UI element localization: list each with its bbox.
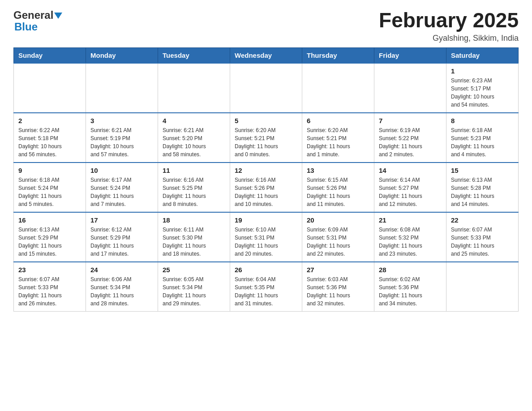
logo-general-text: General [13, 9, 53, 21]
day-info: Sunrise: 6:11 AM Sunset: 5:30 PM Dayligh… [163, 226, 225, 258]
calendar-week-row: 2Sunrise: 6:22 AM Sunset: 5:18 PM Daylig… [14, 113, 519, 163]
month-title: February 2025 [379, 9, 519, 32]
calendar-day-header: Sunday [14, 47, 86, 63]
calendar-cell: 9Sunrise: 6:18 AM Sunset: 5:24 PM Daylig… [14, 163, 86, 212]
day-number: 20 [307, 216, 369, 224]
calendar-cell: 7Sunrise: 6:19 AM Sunset: 5:22 PM Daylig… [374, 113, 446, 163]
day-info: Sunrise: 6:03 AM Sunset: 5:36 PM Dayligh… [307, 275, 369, 308]
day-number: 5 [235, 117, 297, 124]
calendar-cell: 18Sunrise: 6:11 AM Sunset: 5:30 PM Dayli… [158, 212, 230, 262]
day-info: Sunrise: 6:18 AM Sunset: 5:24 PM Dayligh… [18, 176, 81, 208]
calendar-day-header: Thursday [302, 47, 374, 63]
day-number: 7 [379, 117, 442, 124]
day-number: 13 [307, 167, 369, 174]
calendar-cell: 4Sunrise: 6:21 AM Sunset: 5:20 PM Daylig… [158, 113, 230, 163]
day-info: Sunrise: 6:10 AM Sunset: 5:31 PM Dayligh… [235, 226, 297, 258]
day-info: Sunrise: 6:16 AM Sunset: 5:25 PM Dayligh… [163, 176, 225, 208]
svg-marker-0 [54, 13, 62, 19]
day-number: 9 [18, 167, 81, 174]
calendar-cell: 17Sunrise: 6:12 AM Sunset: 5:29 PM Dayli… [86, 212, 158, 262]
calendar-week-row: 23Sunrise: 6:07 AM Sunset: 5:33 PM Dayli… [14, 262, 519, 312]
calendar-day-header: Wednesday [230, 47, 302, 63]
day-info: Sunrise: 6:16 AM Sunset: 5:26 PM Dayligh… [235, 176, 297, 208]
calendar-cell [230, 63, 302, 113]
day-info: Sunrise: 6:21 AM Sunset: 5:20 PM Dayligh… [163, 126, 225, 158]
day-number: 22 [451, 216, 514, 224]
day-number: 6 [307, 117, 369, 124]
calendar-cell: 25Sunrise: 6:05 AM Sunset: 5:34 PM Dayli… [158, 262, 230, 312]
calendar-cell [14, 63, 86, 113]
calendar-cell: 13Sunrise: 6:15 AM Sunset: 5:26 PM Dayli… [302, 163, 374, 212]
calendar-cell: 16Sunrise: 6:13 AM Sunset: 5:29 PM Dayli… [14, 212, 86, 262]
day-info: Sunrise: 6:07 AM Sunset: 5:33 PM Dayligh… [18, 275, 81, 308]
calendar-cell: 26Sunrise: 6:04 AM Sunset: 5:35 PM Dayli… [230, 262, 302, 312]
day-number: 14 [379, 167, 442, 174]
day-number: 11 [163, 167, 225, 174]
calendar-cell: 6Sunrise: 6:20 AM Sunset: 5:21 PM Daylig… [302, 113, 374, 163]
day-number: 28 [379, 266, 442, 274]
day-number: 26 [235, 266, 297, 274]
calendar-cell: 23Sunrise: 6:07 AM Sunset: 5:33 PM Dayli… [14, 262, 86, 312]
calendar-day-header: Monday [86, 47, 158, 63]
page-header: General Blue February 2025 Gyalshing, Si… [13, 9, 519, 43]
day-info: Sunrise: 6:07 AM Sunset: 5:33 PM Dayligh… [451, 226, 514, 258]
day-info: Sunrise: 6:18 AM Sunset: 5:23 PM Dayligh… [451, 126, 514, 158]
logo-blue-text: Blue [14, 21, 38, 33]
calendar-cell: 10Sunrise: 6:17 AM Sunset: 5:24 PM Dayli… [86, 163, 158, 212]
calendar-cell: 11Sunrise: 6:16 AM Sunset: 5:25 PM Dayli… [158, 163, 230, 212]
calendar-cell [374, 63, 446, 113]
day-number: 27 [307, 266, 369, 274]
calendar-cell: 8Sunrise: 6:18 AM Sunset: 5:23 PM Daylig… [446, 113, 519, 163]
calendar-cell [446, 262, 519, 312]
calendar-cell: 21Sunrise: 6:08 AM Sunset: 5:32 PM Dayli… [374, 212, 446, 262]
day-number: 2 [18, 117, 81, 124]
day-number: 23 [18, 266, 81, 274]
day-info: Sunrise: 6:13 AM Sunset: 5:28 PM Dayligh… [451, 176, 514, 208]
logo-arrow-icon [54, 11, 62, 19]
calendar-cell: 12Sunrise: 6:16 AM Sunset: 5:26 PM Dayli… [230, 163, 302, 212]
day-number: 8 [451, 117, 514, 124]
day-number: 17 [90, 216, 153, 224]
day-info: Sunrise: 6:02 AM Sunset: 5:36 PM Dayligh… [379, 275, 442, 308]
location: Gyalshing, Sikkim, India [379, 34, 519, 43]
calendar-day-header: Tuesday [158, 47, 230, 63]
day-info: Sunrise: 6:19 AM Sunset: 5:22 PM Dayligh… [379, 126, 442, 158]
day-number: 3 [90, 117, 153, 124]
calendar-week-row: 9Sunrise: 6:18 AM Sunset: 5:24 PM Daylig… [14, 163, 519, 212]
calendar-cell: 15Sunrise: 6:13 AM Sunset: 5:28 PM Dayli… [446, 163, 519, 212]
day-info: Sunrise: 6:12 AM Sunset: 5:29 PM Dayligh… [90, 226, 153, 258]
calendar-day-header: Saturday [446, 47, 519, 63]
day-number: 16 [18, 216, 81, 224]
day-number: 24 [90, 266, 153, 274]
day-info: Sunrise: 6:20 AM Sunset: 5:21 PM Dayligh… [235, 126, 297, 158]
day-number: 12 [235, 167, 297, 174]
day-info: Sunrise: 6:06 AM Sunset: 5:34 PM Dayligh… [90, 275, 153, 308]
day-info: Sunrise: 6:20 AM Sunset: 5:21 PM Dayligh… [307, 126, 369, 158]
day-info: Sunrise: 6:05 AM Sunset: 5:34 PM Dayligh… [163, 275, 225, 308]
calendar-cell: 2Sunrise: 6:22 AM Sunset: 5:18 PM Daylig… [14, 113, 86, 163]
day-number: 15 [451, 167, 514, 174]
day-number: 10 [90, 167, 153, 174]
day-number: 18 [163, 216, 225, 224]
day-number: 19 [235, 216, 297, 224]
calendar-cell: 20Sunrise: 6:09 AM Sunset: 5:31 PM Dayli… [302, 212, 374, 262]
day-info: Sunrise: 6:15 AM Sunset: 5:26 PM Dayligh… [307, 176, 369, 208]
calendar-cell: 28Sunrise: 6:02 AM Sunset: 5:36 PM Dayli… [374, 262, 446, 312]
day-info: Sunrise: 6:09 AM Sunset: 5:31 PM Dayligh… [307, 226, 369, 258]
day-number: 21 [379, 216, 442, 224]
calendar-cell [302, 63, 374, 113]
calendar-cell [158, 63, 230, 113]
day-info: Sunrise: 6:23 AM Sunset: 5:17 PM Dayligh… [451, 77, 514, 109]
calendar-cell: 27Sunrise: 6:03 AM Sunset: 5:36 PM Dayli… [302, 262, 374, 312]
day-info: Sunrise: 6:17 AM Sunset: 5:24 PM Dayligh… [90, 176, 153, 208]
calendar-cell: 24Sunrise: 6:06 AM Sunset: 5:34 PM Dayli… [86, 262, 158, 312]
calendar-day-header: Friday [374, 47, 446, 63]
day-info: Sunrise: 6:22 AM Sunset: 5:18 PM Dayligh… [18, 126, 81, 158]
day-info: Sunrise: 6:21 AM Sunset: 5:19 PM Dayligh… [90, 126, 153, 158]
calendar-cell: 22Sunrise: 6:07 AM Sunset: 5:33 PM Dayli… [446, 212, 519, 262]
calendar-cell [86, 63, 158, 113]
day-info: Sunrise: 6:04 AM Sunset: 5:35 PM Dayligh… [235, 275, 297, 308]
calendar-week-row: 16Sunrise: 6:13 AM Sunset: 5:29 PM Dayli… [14, 212, 519, 262]
calendar-table: SundayMondayTuesdayWednesdayThursdayFrid… [13, 47, 519, 312]
calendar-week-row: 1Sunrise: 6:23 AM Sunset: 5:17 PM Daylig… [14, 63, 519, 113]
